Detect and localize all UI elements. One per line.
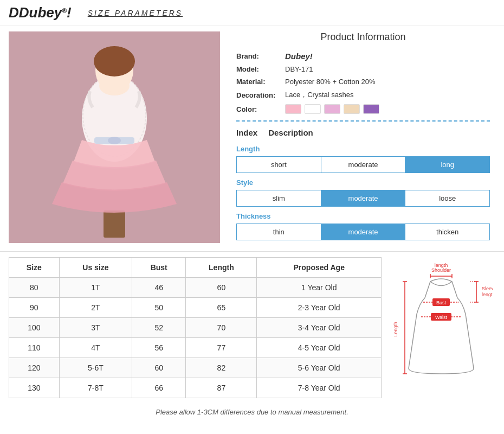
material-row: Material: Polyester 80% + Cotton 20% [236, 78, 490, 86]
svg-rect-1 [104, 210, 125, 238]
product-image [9, 31, 220, 243]
color-swatch-white[interactable] [305, 104, 321, 114]
length-side-label: Length [393, 322, 398, 337]
table-row: 1104T56774-5 Year Old [9, 338, 382, 358]
decoration-label: Decoration: [236, 91, 285, 99]
color-label: Color: [236, 105, 285, 113]
style-loose-btn[interactable]: loose [405, 190, 490, 207]
table-cell: 4T [59, 338, 132, 358]
shoulder-label: Shoulder [431, 267, 451, 273]
col-us-size: Us size [59, 258, 132, 278]
thickness-moderate-btn[interactable]: moderate [321, 224, 405, 240]
table-row: 801T46601 Year Old [9, 278, 382, 298]
product-info: Product Information Brand: Dubey! Model:… [231, 31, 495, 246]
description-label: Description [268, 128, 313, 137]
table-cell: 120 [9, 358, 60, 378]
color-swatch-purple[interactable] [363, 104, 379, 114]
style-slim-btn[interactable]: slim [236, 190, 321, 207]
col-proposed-age: Proposed Age [257, 258, 382, 278]
table-cell: 7-8 Year Old [257, 378, 382, 398]
model-value: DBY-171 [285, 65, 313, 73]
table-cell: 4-5 Year Old [257, 338, 382, 358]
product-info-title: Product Information [236, 31, 490, 43]
thickness-filter-label: Thickness [236, 212, 490, 220]
table-cell: 90 [9, 298, 60, 318]
product-image-svg [9, 31, 220, 243]
table-row: 1205-6T60825-6 Year Old [9, 358, 382, 378]
bust-box-label: Bust [436, 300, 447, 305]
table-cell: 87 [186, 378, 257, 398]
brand-label: Brand: [236, 52, 285, 60]
table-cell: 1 Year Old [257, 278, 382, 298]
length-long-btn[interactable]: long [405, 156, 490, 173]
table-cell: 56 [132, 338, 186, 358]
table-cell: 70 [186, 318, 257, 338]
table-cell: 2-3 Year Old [257, 298, 382, 318]
table-cell: 110 [9, 338, 60, 358]
table-row: 1307-8T66877-8 Year Old [9, 378, 382, 398]
table-cell: 3-4 Year Old [257, 318, 382, 338]
thickness-filter-buttons: thin moderate thicken [236, 224, 490, 240]
table-cell: 80 [9, 278, 60, 298]
color-swatch-peach[interactable] [344, 104, 360, 114]
col-length: Length [186, 258, 257, 278]
table-cell: 100 [9, 318, 60, 338]
style-filter-buttons: slim moderate loose [236, 190, 490, 207]
table-cell: 1T [59, 278, 132, 298]
style-moderate-btn[interactable]: moderate [321, 190, 405, 207]
size-table-section: Size Us size Bust Length Proposed Age 80… [0, 251, 504, 404]
table-cell: 46 [132, 278, 186, 298]
color-swatch-pink[interactable] [285, 104, 301, 114]
length-filter: Length short moderate long [236, 145, 490, 173]
index-label: Index [236, 128, 257, 137]
main-content: Product Information Brand: Dubey! Model:… [0, 26, 504, 251]
brand-value: Dubey! [285, 52, 313, 61]
waist-box-label: Waist [435, 315, 448, 320]
length-filter-label: Length [236, 145, 490, 153]
dress-diagram: Shoulder length Sleeve length Bust Waist… [387, 257, 495, 398]
table-cell: 5-6 Year Old [257, 358, 382, 378]
header-title: SIZE PARAMETERS [88, 9, 183, 17]
table-row: 1003T52703-4 Year Old [9, 318, 382, 338]
table-cell: 5-6T [59, 358, 132, 378]
thickness-thin-btn[interactable]: thin [236, 224, 321, 240]
length-filter-buttons: short moderate long [236, 156, 490, 173]
table-cell: 65 [186, 298, 257, 318]
table-cell: 60 [132, 358, 186, 378]
divider [236, 120, 490, 122]
table-cell: 52 [132, 318, 186, 338]
table-cell: 82 [186, 358, 257, 378]
length-short-btn[interactable]: short [236, 156, 321, 173]
sleeve-label: Sleeve [482, 286, 493, 291]
dress-diagram-svg: Shoulder length Sleeve length Bust Waist… [390, 260, 493, 395]
model-row: Model: DBY-171 [236, 65, 490, 73]
svg-point-6 [94, 46, 135, 76]
color-row: Color: [236, 104, 490, 114]
table-row: 902T50652-3 Year Old [9, 298, 382, 318]
color-swatch-lavender[interactable] [324, 104, 340, 114]
style-filter: Style slim moderate loose [236, 178, 490, 207]
product-image-container [9, 31, 220, 243]
footer-note-text: Please allow 1-3CM differences due to ma… [156, 408, 348, 416]
decoration-value: Lace，Crystal sashes [285, 90, 353, 100]
table-cell: 2T [59, 298, 132, 318]
material-label: Material: [236, 78, 285, 86]
index-desc: Index Description [236, 128, 490, 137]
brand-logo: DDubey®! [9, 4, 72, 21]
footer-note: Please allow 1-3CM differences due to ma… [0, 404, 504, 423]
length-moderate-btn[interactable]: moderate [321, 156, 405, 173]
sleeve-label2: length [482, 292, 493, 297]
shoulder-label2: length [435, 263, 448, 268]
header: DDubey®! SIZE PARAMETERS [0, 0, 504, 26]
table-cell: 50 [132, 298, 186, 318]
table-cell: 60 [186, 278, 257, 298]
thickness-thicken-btn[interactable]: thicken [405, 224, 490, 240]
thickness-filter: Thickness thin moderate thicken [236, 212, 490, 240]
table-cell: 77 [186, 338, 257, 358]
table-cell: 130 [9, 378, 60, 398]
style-filter-label: Style [236, 178, 490, 187]
table-cell: 66 [132, 378, 186, 398]
material-value: Polyester 80% + Cotton 20% [285, 78, 376, 86]
table-header-row: Size Us size Bust Length Proposed Age [9, 258, 382, 278]
decoration-row: Decoration: Lace，Crystal sashes [236, 90, 490, 100]
